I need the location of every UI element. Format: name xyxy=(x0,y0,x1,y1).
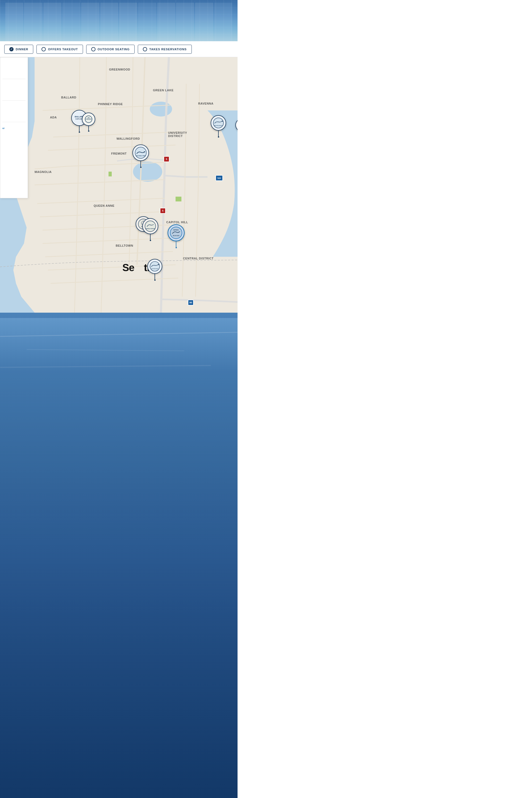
filter-outdoor-seating[interactable]: OUTDOOR SEATING xyxy=(86,45,135,54)
filter-dinner[interactable]: DINNER xyxy=(4,45,33,54)
svg-point-8 xyxy=(135,147,146,158)
highway-520: 520 xyxy=(215,175,223,181)
sidebar-entry-2 xyxy=(0,79,28,100)
svg-text:WALTER RARR: WALTER RARR xyxy=(173,235,179,236)
sidebar-text-4: er xyxy=(2,127,5,130)
filter-outdoor-label: OUTDOOR SEATING xyxy=(98,48,130,51)
svg-text:BATEAU: BATEAU xyxy=(173,229,179,231)
svg-point-16 xyxy=(145,221,156,231)
sidebar-entry-3 xyxy=(0,100,28,122)
sidebar-panel: er xyxy=(0,57,28,198)
highway-5-south: 5 xyxy=(160,208,166,214)
pin-ravenna-gp[interactable]: general porpoise xyxy=(211,115,226,137)
filter-bar: DINNER OFFERS TAKEOUT OUTDOOR SEATING TA… xyxy=(0,41,238,57)
svg-text:THE: THE xyxy=(88,117,90,118)
svg-text:general porpoise: general porpoise xyxy=(151,268,158,269)
filter-reservations-label: TAKES RESERVATIONS xyxy=(149,48,187,51)
pin-bateau[interactable]: BATEAU WALTER RARR xyxy=(168,224,185,248)
hero-background xyxy=(0,0,238,41)
svg-text:GENERAL PORPOISE: GENERAL PORPOISE xyxy=(146,228,155,229)
reservations-radio-icon xyxy=(143,47,147,51)
filter-takes-reservations[interactable]: TAKES RESERVATIONS xyxy=(138,45,191,54)
filter-dinner-label: DINNER xyxy=(16,48,28,51)
svg-point-18 xyxy=(170,227,182,239)
highway-5-north: 5 xyxy=(164,156,169,162)
sidebar-entry-1 xyxy=(0,57,28,79)
takeout-radio-icon xyxy=(41,47,46,51)
svg-text:CORMORANT: CORMORANT xyxy=(86,119,92,120)
svg-text:general porpoise: general porpoise xyxy=(214,125,223,126)
pin-edge[interactable]: GP xyxy=(233,118,238,138)
bottom-section xyxy=(0,313,238,798)
highway-90: 90 xyxy=(188,300,194,305)
filter-offers-takeout[interactable]: OFFERS TAKEOUT xyxy=(36,45,83,54)
sidebar-entry-4: er xyxy=(0,122,28,144)
pin-adams-2[interactable]: THE CORMORANT xyxy=(82,113,95,132)
pin-seattle-gp[interactable]: general porpoise xyxy=(147,259,162,281)
svg-point-2 xyxy=(150,101,172,116)
map-svg xyxy=(0,57,238,313)
svg-text:THE WHALE WINS: THE WHALE WINS xyxy=(136,155,146,156)
map-container[interactable]: GREENWOOD GREEN LAKE RAVENNA BALLARD PHI… xyxy=(0,57,238,313)
pin-belltown-mid[interactable]: GENERAL PORPOISE xyxy=(142,218,158,241)
svg-rect-4 xyxy=(175,197,182,201)
pin-fremont-whale[interactable]: THE WHALE WINS xyxy=(132,145,149,168)
dinner-radio-icon xyxy=(9,47,14,51)
outdoor-radio-icon xyxy=(91,47,95,51)
svg-rect-3 xyxy=(109,172,112,177)
filter-takeout-label: OFFERS TAKEOUT xyxy=(48,48,78,51)
